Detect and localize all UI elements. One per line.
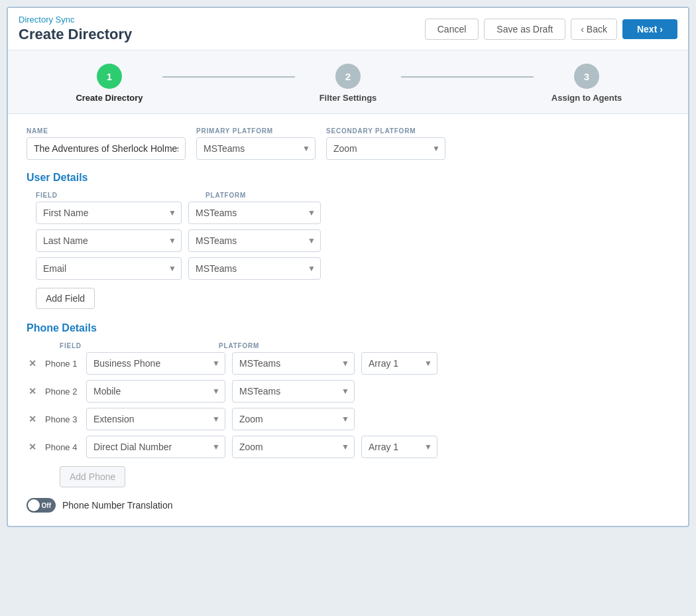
phone-row-3: ✕ Phone 4 Direct Dial Number Business Ph… [27, 436, 669, 458]
phone-field-col-label: FIELD [60, 342, 212, 349]
breadcrumb[interactable]: Directory Sync [19, 15, 132, 25]
phone-details-title: Phone Details [27, 322, 669, 334]
chevron-left-icon: ‹ [581, 24, 584, 34]
cancel-button[interactable]: Cancel [425, 19, 479, 40]
user-field-select-2[interactable]: Email First Name Last Name [36, 257, 182, 280]
phone-field-select-1[interactable]: Mobile Business Phone Extension Direct D… [86, 380, 225, 402]
next-button[interactable]: Next › [622, 19, 677, 39]
step-3: 3 Assign to Agents [534, 64, 640, 103]
phone-translation-toggle[interactable]: Off [27, 498, 56, 513]
add-phone-button[interactable]: Add Phone [60, 466, 125, 487]
step-connector-1 [162, 76, 295, 78]
phone-array-select-0[interactable]: Array 1 Array 2 [361, 352, 437, 375]
phone-row-2: ✕ Phone 3 Extension Business Phone Mobil… [27, 408, 669, 430]
phone-row-1: ✕ Phone 2 Mobile Business Phone Extensio… [27, 380, 669, 402]
form-top-row: NAME PRIMARY PLATFORM MSTeams Zoom ▼ SEC… [27, 127, 669, 160]
primary-platform-group: PRIMARY PLATFORM MSTeams Zoom ▼ [196, 127, 316, 160]
remove-phone-3-icon[interactable]: ✕ [27, 442, 38, 452]
step-2-label: Filter Settings [319, 93, 377, 103]
secondary-platform-select-wrap: Zoom MSTeams ▼ [326, 137, 445, 160]
phone-platform-wrap-1: MSTeams Zoom ▼ [232, 380, 355, 402]
phone-translation-label: Phone Number Translation [62, 500, 173, 511]
stepper: 1 Create Directory 2 Filter Settings 3 A… [8, 50, 688, 114]
phone-array-wrap-3: Array 1 Array 2 ▼ [361, 436, 437, 458]
phone-details-header: FIELD PLATFORM [27, 342, 669, 349]
secondary-platform-select[interactable]: Zoom MSTeams [326, 137, 445, 160]
step-1-label: Create Directory [76, 93, 143, 103]
remove-phone-0-icon[interactable]: ✕ [27, 358, 38, 369]
primary-platform-select[interactable]: MSTeams Zoom [196, 137, 316, 160]
add-field-button[interactable]: Add Field [36, 288, 95, 309]
toggle-row: Off Phone Number Translation [27, 498, 669, 513]
phone-platform-select-2[interactable]: Zoom MSTeams [232, 408, 355, 430]
phone-0-label: Phone 1 [45, 359, 80, 369]
phone-field-wrap-0: Business Phone Mobile Extension Direct D… [86, 352, 225, 375]
user-field-col-label: FIELD [36, 192, 195, 199]
user-field-select-wrap-1: Last Name First Name Email ▼ [36, 229, 182, 252]
header-actions: Cancel Save as Draft ‹ Back Next › [425, 19, 677, 40]
primary-platform-select-wrap: MSTeams Zoom ▼ [196, 137, 316, 160]
primary-platform-label: PRIMARY PLATFORM [196, 127, 316, 135]
remove-phone-1-icon[interactable]: ✕ [27, 386, 38, 397]
toggle-track[interactable]: Off [27, 498, 56, 513]
user-platform-select-1[interactable]: MSTeams Zoom [188, 229, 321, 252]
phone-field-select-2[interactable]: Extension Business Phone Mobile Direct D… [86, 408, 225, 430]
phone-array-select-3[interactable]: Array 1 Array 2 [361, 436, 437, 458]
step-2: 2 Filter Settings [295, 64, 401, 103]
phone-field-wrap-3: Direct Dial Number Business Phone Mobile… [86, 436, 225, 458]
user-platform-select-0[interactable]: MSTeams Zoom [188, 202, 321, 224]
name-label: NAME [27, 127, 186, 135]
phone-1-label: Phone 2 [45, 387, 80, 397]
phone-platform-wrap-3: Zoom MSTeams ▼ [232, 436, 355, 458]
user-field-select-wrap-2: Email First Name Last Name ▼ [36, 257, 182, 280]
secondary-platform-label: SECONDARY PLATFORM [326, 127, 445, 135]
step-1: 1 Create Directory [56, 64, 162, 103]
phone-platform-select-0[interactable]: MSTeams Zoom [232, 352, 355, 375]
user-platform-select-wrap-2: MSTeams Zoom ▼ [188, 257, 321, 280]
phone-platform-wrap-2: Zoom MSTeams ▼ [232, 408, 355, 430]
user-field-row-0: First Name Last Name Email ▼ MSTeams Zoo… [27, 202, 669, 224]
step-connector-2 [401, 76, 534, 78]
back-button[interactable]: ‹ Back [571, 19, 617, 40]
user-platform-col-label: PLATFORM [205, 192, 338, 199]
phone-row-0: ✕ Phone 1 Business Phone Mobile Extensio… [27, 352, 669, 375]
phone-field-select-0[interactable]: Business Phone Mobile Extension Direct D… [86, 352, 225, 375]
chevron-right-icon: › [660, 24, 663, 34]
user-field-row-1: Last Name First Name Email ▼ MSTeams Zoo… [27, 229, 669, 252]
user-platform-select-2[interactable]: MSTeams Zoom [188, 257, 321, 280]
user-platform-select-wrap-1: MSTeams Zoom ▼ [188, 229, 321, 252]
remove-phone-2-icon[interactable]: ✕ [27, 414, 38, 424]
step-3-circle: 3 [574, 64, 599, 89]
step-2-circle: 2 [335, 64, 361, 89]
page-title: Create Directory [19, 26, 132, 43]
user-field-select-1[interactable]: Last Name First Name Email [36, 229, 182, 252]
phone-platform-select-3[interactable]: Zoom MSTeams [232, 436, 355, 458]
user-field-select-wrap-0: First Name Last Name Email ▼ [36, 202, 182, 224]
user-details-table: FIELD PLATFORM First Name Last Name Emai… [27, 192, 669, 280]
toggle-off-text: Off [42, 502, 51, 509]
phone-3-label: Phone 4 [45, 442, 80, 452]
phone-field-wrap-2: Extension Business Phone Mobile Direct D… [86, 408, 225, 430]
user-details-title: User Details [27, 172, 669, 184]
phone-field-select-3[interactable]: Direct Dial Number Business Phone Mobile… [86, 436, 225, 458]
phone-2-label: Phone 3 [45, 414, 80, 424]
phone-platform-select-1[interactable]: MSTeams Zoom [232, 380, 355, 402]
user-details-header: FIELD PLATFORM [27, 192, 669, 199]
phone-field-wrap-1: Mobile Business Phone Extension Direct D… [86, 380, 225, 402]
user-field-select-0[interactable]: First Name Last Name Email [36, 202, 182, 224]
toggle-knob [28, 499, 40, 511]
name-input[interactable] [27, 137, 186, 160]
phone-platform-col-label: PLATFORM [219, 342, 259, 349]
name-group: NAME [27, 127, 186, 160]
phone-array-wrap-0: Array 1 Array 2 ▼ [361, 352, 437, 375]
user-platform-select-wrap-0: MSTeams Zoom ▼ [188, 202, 321, 224]
user-field-row-2: Email First Name Last Name ▼ MSTeams Zoo… [27, 257, 669, 280]
step-3-label: Assign to Agents [551, 93, 622, 103]
save-draft-button[interactable]: Save as Draft [484, 19, 565, 40]
phone-platform-wrap-0: MSTeams Zoom ▼ [232, 352, 355, 375]
secondary-platform-group: SECONDARY PLATFORM Zoom MSTeams ▼ [326, 127, 445, 160]
step-1-circle: 1 [97, 64, 122, 89]
